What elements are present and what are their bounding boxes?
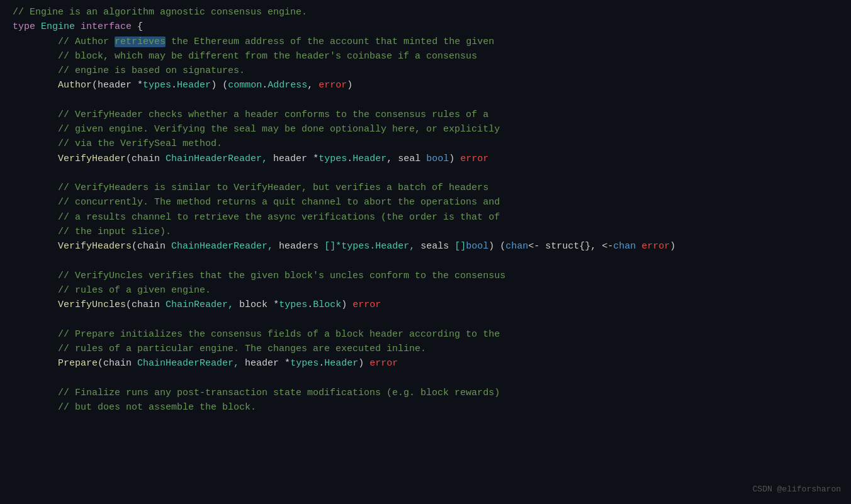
code-token: types (143, 80, 171, 91)
code-token (13, 358, 58, 369)
code-line: // Finalize runs any post-transaction st… (0, 386, 851, 400)
code-token: Author (58, 80, 92, 91)
code-line: // block, which may be different from th… (0, 49, 851, 64)
code-token: Block (313, 300, 341, 310)
code-line (0, 312, 851, 327)
code-token: VerifyHeader (58, 154, 126, 164)
code-token: chan (613, 241, 636, 252)
code-token: interface (81, 21, 132, 32)
code-token: seals (420, 241, 449, 252)
code-token: type (13, 21, 41, 32)
code-editor: // Engine is an algorithm agnostic conse… (0, 0, 851, 504)
code-line (0, 371, 851, 385)
code-token: . (347, 154, 352, 164)
code-token: . (318, 358, 324, 369)
code-line: // VerifyHeaders is similar to VerifyHea… (0, 181, 851, 195)
code-token: ) (670, 241, 675, 252)
code-token: that minted the given (369, 36, 494, 47)
code-token: // the input slice). (13, 227, 171, 237)
code-token: // concurrently. The method returns a qu… (13, 197, 500, 208)
code-token: seal (398, 154, 420, 164)
code-token: block (239, 300, 268, 310)
code-token: ( (98, 358, 103, 369)
code-token: VerifyUncles (58, 300, 126, 310)
code-line: VerifyHeader(chain ChainHeaderReader, he… (0, 152, 851, 166)
code-token: // Finalize runs any post-transaction st… (13, 388, 500, 398)
code-token: chan (505, 241, 528, 252)
code-token: types (290, 358, 318, 369)
code-token: // given engine. Verifying the seal may … (13, 124, 500, 135)
code-line: // the input slice). (0, 225, 851, 239)
watermark: CSDN @eliforsharon (753, 483, 841, 496)
code-token: ) (347, 80, 352, 91)
code-token: error (369, 358, 398, 369)
code-token: header (98, 80, 132, 91)
code-token: the Ethereum address of the (166, 36, 330, 47)
code-token: retrieves (115, 36, 166, 47)
code-token: . (262, 80, 268, 91)
code-token: error (318, 80, 347, 91)
code-line: VerifyUncles(chain ChainReader, block *t… (0, 298, 851, 312)
code-token: ( (92, 80, 98, 91)
code-line: type Engine interface { (0, 20, 851, 34)
code-line: Prepare(chain ChainHeaderReader, header … (0, 356, 851, 371)
code-token: chain (132, 154, 160, 164)
code-token: ) (341, 300, 352, 310)
code-token: * (268, 300, 279, 310)
code-token: // via the VerifySeal method. (13, 138, 222, 149)
code-token: error (460, 154, 488, 164)
code-token (13, 300, 58, 310)
code-token: , (386, 154, 398, 164)
code-token: * (132, 80, 143, 91)
code-token: // rules of a particular engine. The cha… (13, 344, 426, 354)
code-token: headers (279, 241, 318, 252)
code-token: // a results channel to retrieve the asy… (13, 212, 500, 223)
code-token: // Engine is an algorithm agnostic conse… (13, 7, 307, 18)
code-token: ) ( (488, 241, 505, 252)
code-line: // rules of a given engine. (0, 283, 851, 298)
code-token: // VerifyUncles verifies that the given … (13, 271, 505, 281)
code-line: // via the VerifySeal method. (0, 137, 851, 151)
code-token: // block, which may be different from th… (13, 51, 477, 62)
code-token: types (279, 300, 307, 310)
code-token: VerifyHeaders (58, 241, 132, 252)
code-token: Header (177, 80, 211, 91)
code-token: // VerifyHeaders is similar to VerifyHea… (13, 182, 488, 193)
code-line: VerifyHeaders(chain ChainHeaderReader, h… (0, 239, 851, 254)
code-line: // but does not assemble the block. (0, 400, 851, 415)
code-token (13, 154, 58, 164)
code-token: Header (324, 358, 358, 369)
code-token: * (307, 154, 318, 164)
code-token: * (279, 358, 290, 369)
code-token: [] (318, 241, 335, 252)
code-token: // Author (13, 36, 115, 47)
code-token: ) ( (211, 80, 228, 91)
code-line: // a results channel to retrieve the asy… (0, 210, 851, 225)
code-token: [] (449, 241, 466, 252)
code-token: . (171, 80, 177, 91)
code-content: // Engine is an algorithm agnostic conse… (0, 5, 851, 415)
code-token: Address (268, 80, 307, 91)
code-line (0, 93, 851, 108)
code-token: ChainReader, (160, 300, 239, 310)
code-token: // engine is based on signatures. (13, 65, 245, 76)
code-token: *types.Header, (335, 241, 420, 252)
code-token: header (245, 358, 279, 369)
code-token: // rules of a given engine. (13, 285, 211, 296)
code-token: ChainHeaderReader, (132, 358, 245, 369)
code-line: // Prepare initializes the consensus fie… (0, 327, 851, 342)
code-line: // concurrently. The method returns a qu… (0, 195, 851, 210)
code-token: ChainHeaderReader, (160, 154, 273, 164)
code-token: ( (132, 241, 137, 252)
code-line: Author(header *types.Header) (common.Add… (0, 78, 851, 92)
code-token: { (132, 21, 143, 32)
code-token: Engine (41, 21, 81, 32)
code-token: , (307, 80, 318, 91)
code-token: ) (358, 358, 369, 369)
code-token (13, 241, 58, 252)
code-line: // rules of a particular engine. The cha… (0, 342, 851, 356)
code-token: ) (449, 154, 460, 164)
code-token: bool (466, 241, 488, 252)
code-line: // given engine. Verifying the seal may … (0, 122, 851, 137)
code-line: // engine is based on signatures. (0, 64, 851, 78)
